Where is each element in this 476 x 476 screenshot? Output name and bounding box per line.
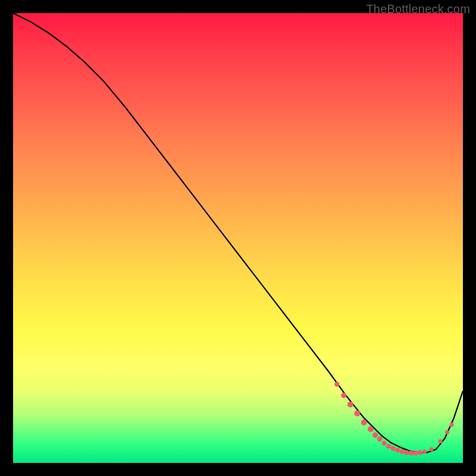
marker-dot — [354, 411, 360, 416]
marker-dot — [439, 439, 443, 443]
marker-dot — [377, 436, 383, 441]
marker-dot — [347, 402, 353, 408]
plot-area — [13, 13, 463, 463]
marker-dot — [386, 444, 391, 449]
marker-dot — [341, 393, 346, 398]
marker-dot — [422, 450, 427, 454]
marker-dot — [430, 447, 434, 452]
marker-dot — [445, 430, 449, 434]
marker-dot — [405, 450, 409, 455]
marker-dot — [418, 450, 422, 455]
curve-line — [13, 13, 463, 453]
marker-dot — [391, 446, 396, 451]
marker-dot — [414, 450, 418, 455]
marker-dot — [334, 382, 339, 387]
marker-dot — [368, 426, 374, 432]
marker-dot — [400, 449, 405, 454]
marker-dot — [450, 422, 454, 427]
marker-dot — [409, 450, 414, 455]
marker-dot — [395, 448, 400, 453]
marker-dot — [361, 419, 367, 425]
marker-dot — [382, 441, 387, 446]
marker-dot — [372, 433, 378, 438]
chart-container: TheBottleneck.com — [0, 0, 476, 476]
chart-svg — [13, 13, 463, 463]
